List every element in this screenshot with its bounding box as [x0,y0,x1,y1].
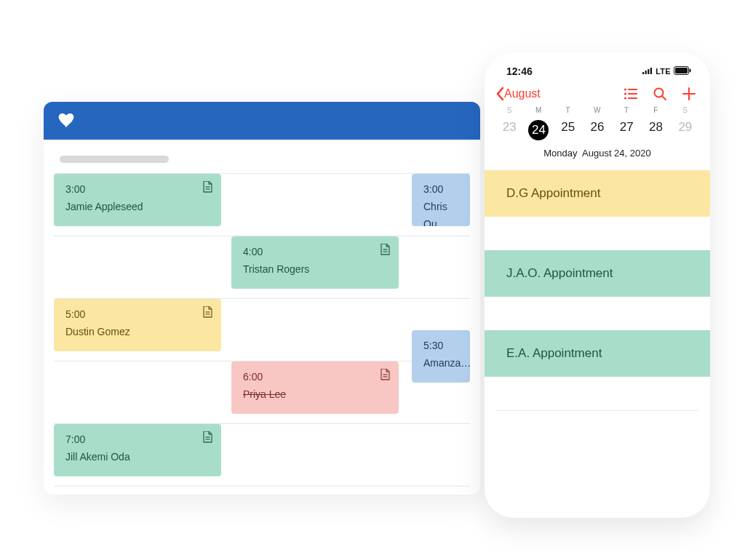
app-topbar [44,102,480,140]
calendar-event[interactable]: 4:00Tristan Rogers [231,236,399,289]
phone-mock: 12:46 LTE August [485,52,710,518]
svg-point-21 [624,97,626,99]
calendar-event[interactable]: 3:00Jamie Appleseed [54,174,221,226]
event-name: Dustin Gomez [65,324,211,341]
weekday-label: M [524,106,553,114]
butterfly-logo-icon [57,113,76,129]
svg-rect-12 [648,69,649,74]
document-icon [202,431,212,443]
selected-date: August 24, 2020 [582,148,651,159]
weekday-label: S [671,106,700,114]
event-time: 5:00 [65,308,85,320]
calendar-event[interactable]: 6:00Priya Lee [231,361,399,414]
day-cell[interactable]: 24 [524,117,553,143]
list-divider [496,410,698,411]
network-label: LTE [656,67,671,76]
event-time: 3:00 [65,183,85,195]
calendar-grid: 3:00Jamie Appleseed3:00Chris Qu…4:00Tris… [54,173,470,486]
document-icon [202,306,212,318]
document-icon [202,181,212,193]
calendar-event[interactable]: 5:00Dustin Gomez [54,299,221,351]
day-cell[interactable]: 28 [641,117,670,143]
list-view-icon[interactable] [623,86,639,102]
event-time: 3:00 [423,183,443,195]
day-cell[interactable]: 23 [495,117,524,143]
weekday-label: W [583,106,612,114]
svg-rect-10 [642,72,644,74]
event-name: Jamie Appleseed [65,199,211,216]
document-icon [380,244,390,255]
weekday-label: T [554,106,583,114]
svg-rect-16 [690,69,691,73]
calendar-event[interactable]: 3:00Chris Qu… [412,174,470,226]
signal-icon [642,67,653,76]
weekday-label: F [641,106,670,114]
selected-weekday: Monday [543,148,577,159]
event-name: Chris Qu… [423,199,460,226]
appointment-item[interactable]: D.G Appointment [485,170,710,217]
weekday-label: S [495,106,524,114]
appointment-list: D.G AppointmentJ.A.O. AppointmentE.A. Ap… [485,170,710,377]
day-cell[interactable]: 25 [554,117,583,143]
weekday-label: T [612,106,641,114]
selected-day: 24 [528,120,549,140]
svg-rect-13 [650,68,652,74]
calendar-event[interactable]: 5:30Amanza… [412,330,470,383]
back-label: August [504,87,541,100]
status-bar: 12:46 LTE [485,52,710,81]
event-name: Amanza… [423,355,460,372]
battery-icon [674,66,691,76]
week-strip: SMTWTFS 23242526272829 Monday August 24,… [485,105,710,159]
svg-rect-20 [628,93,637,95]
svg-line-24 [662,96,666,100]
search-icon[interactable] [652,86,668,102]
appointment-item[interactable]: J.A.O. Appointment [485,250,710,297]
svg-rect-18 [628,89,637,90]
document-icon [380,369,390,380]
event-name: Jill Akemi Oda [65,449,211,466]
event-time: 6:00 [243,371,263,383]
event-name: Tristan Rogers [243,261,389,279]
svg-point-19 [624,92,626,95]
appointment-item[interactable]: E.A. Appointment [485,330,710,377]
svg-rect-22 [628,97,637,99]
event-time: 7:00 [65,433,85,445]
status-indicators: LTE [642,66,691,76]
day-cell[interactable]: 29 [671,117,700,143]
event-time: 4:00 [243,246,263,257]
calendar-event[interactable]: 7:00Jill Akemi Oda [54,424,221,476]
calendar-nav: August [485,81,710,105]
add-icon[interactable] [681,86,697,102]
status-time: 12:46 [506,65,533,77]
event-name: Priya Lee [243,386,389,404]
svg-rect-15 [675,68,688,73]
selected-date-label: Monday August 24, 2020 [495,148,700,159]
svg-rect-11 [645,71,647,74]
desktop-calendar-panel: 3:00Jamie Appleseed3:00Chris Qu…4:00Tris… [44,102,480,495]
title-placeholder [60,156,169,163]
day-cell[interactable]: 26 [583,117,612,143]
svg-point-17 [624,88,626,90]
event-time: 5:30 [423,340,443,351]
back-button[interactable]: August [495,87,541,101]
day-cell[interactable]: 27 [612,117,641,143]
